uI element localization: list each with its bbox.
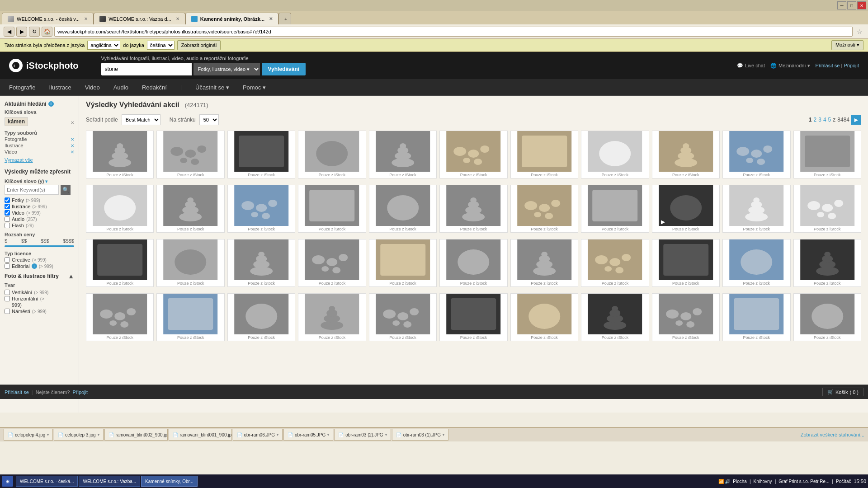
cart-button[interactable]: 🛒 Košík ( 0 )	[822, 388, 863, 396]
tab-close-2[interactable]: ✕	[176, 16, 179, 21]
shape-vertical-checkbox[interactable]	[5, 290, 10, 295]
info-icon[interactable]: i	[48, 101, 54, 107]
editorial-info-icon[interactable]: i	[32, 263, 37, 269]
image-card-7[interactable]: Pouze z iStock	[581, 131, 649, 178]
image-card-34[interactable]: Pouze z iStock	[156, 293, 224, 341]
tab-close-1[interactable]: ✕	[84, 16, 88, 21]
nav-video[interactable]: Video	[85, 82, 100, 93]
view-all-downloads-link[interactable]: Zobrazit veškeré stahování...	[801, 432, 864, 437]
back-button[interactable]: ◀	[4, 27, 14, 37]
taskbar-item-2[interactable]: WELCOME s.r.o.: Vazba...	[79, 476, 140, 487]
image-card-30[interactable]: Pouze z iStock	[652, 239, 720, 287]
desktop-link[interactable]: Plocha	[733, 479, 747, 484]
file-item-6[interactable]: 📄 obr-ram05.JPG ▾	[283, 429, 333, 441]
company-link[interactable]: Graf Print s.r.o. Petr Re...	[778, 479, 829, 484]
image-card-12[interactable]: Pouze z iStock	[156, 185, 224, 233]
image-card-1[interactable]: Pouze z iStock	[156, 131, 224, 178]
home-button[interactable]: 🏠	[42, 27, 52, 37]
image-card-39[interactable]: Pouze z iStock	[510, 293, 578, 341]
image-card-24[interactable]: Pouze z iStock	[227, 239, 295, 287]
taskbar-join[interactable]: Připojit	[72, 389, 88, 395]
image-card-15[interactable]: Pouze z iStock	[369, 185, 437, 233]
browser-tab-2[interactable]: WELCOME s.r.o.: Vazba d... ✕	[94, 13, 185, 24]
filter-fotky-checkbox[interactable]	[5, 197, 10, 203]
keyword-filter-input[interactable]	[5, 185, 59, 195]
forward-button[interactable]: ▶	[16, 27, 27, 37]
file-arrow-8[interactable]: ▾	[443, 433, 444, 437]
filetype-video-remove[interactable]: ✕	[71, 150, 74, 155]
file-arrow-5[interactable]: ▾	[277, 433, 278, 437]
nav-fotografie[interactable]: Fotografie	[9, 82, 36, 93]
page-3-link[interactable]: 3	[818, 117, 821, 123]
image-card-28[interactable]: Pouze z iStock	[510, 239, 578, 287]
translate-from-select[interactable]: angličtina	[87, 41, 120, 50]
image-card-5[interactable]: Pouze z iStock	[439, 131, 507, 178]
image-card-36[interactable]: Pouze z iStock	[298, 293, 366, 341]
page-4-link[interactable]: 4	[823, 117, 826, 123]
image-card-6[interactable]: Pouze z iStock	[510, 131, 578, 178]
image-card-19[interactable]: ▶Pouze z iStock	[652, 185, 720, 233]
image-card-16[interactable]: Pouze z iStock	[439, 185, 507, 233]
search-input[interactable]	[101, 63, 192, 75]
filter-editorial-checkbox[interactable]	[5, 263, 10, 269]
image-card-29[interactable]: Pouze z iStock	[581, 239, 649, 287]
bookmark-button[interactable]: ☆	[854, 27, 864, 37]
join-link[interactable]: Připojit	[844, 63, 859, 68]
image-card-38[interactable]: Pouze z iStock	[439, 293, 507, 341]
address-input[interactable]	[54, 27, 853, 37]
filter-ilustrace-checkbox[interactable]	[5, 204, 10, 209]
image-card-18[interactable]: Pouze z iStock	[581, 185, 649, 233]
file-item-1[interactable]: 📄 celopolep 4.jpg ▾	[4, 429, 53, 441]
browser-tab-3[interactable]: Kamenné snímky, Obrázk... ✕	[185, 13, 278, 24]
file-item-2[interactable]: 📄 celopolep 3.jpg ▾	[54, 429, 103, 441]
maximize-button[interactable]: □	[847, 1, 856, 9]
close-button[interactable]: ✕	[857, 1, 866, 9]
file-item-4[interactable]: 📄 ramovani_blint001_900.jpg ▾	[169, 429, 232, 441]
next-page-button[interactable]: ►	[851, 115, 861, 125]
nav-ucastnit[interactable]: Účastnit se ▾	[195, 82, 229, 93]
image-card-23[interactable]: Pouze z iStock	[156, 239, 224, 287]
image-card-32[interactable]: Pouze z iStock	[793, 239, 861, 287]
image-card-21[interactable]: Pouze z iStock	[793, 185, 861, 233]
image-card-17[interactable]: Pouze z iStock	[510, 185, 578, 233]
computer-link[interactable]: Počítač	[836, 479, 851, 484]
file-arrow-6[interactable]: ▾	[327, 433, 329, 437]
image-card-13[interactable]: Pouze z iStock	[227, 185, 295, 233]
image-card-25[interactable]: Pouze z iStock	[298, 239, 366, 287]
image-card-14[interactable]: Pouze z iStock	[298, 185, 366, 233]
image-card-4[interactable]: Pouze z iStock	[369, 131, 437, 178]
image-card-42[interactable]: Pouze z iStock	[722, 293, 790, 341]
keyword-search-btn[interactable]: 🔍	[61, 185, 71, 195]
image-card-40[interactable]: Pouze z iStock	[581, 293, 649, 341]
file-arrow-7[interactable]: ▾	[385, 433, 387, 437]
filter-creative-checkbox[interactable]	[5, 257, 10, 263]
image-card-27[interactable]: Pouze z iStock	[439, 239, 507, 287]
tab-close-3[interactable]: ✕	[269, 16, 273, 21]
image-card-33[interactable]: Pouze z iStock	[86, 293, 154, 341]
image-card-22[interactable]: Pouze z iStock	[86, 239, 154, 287]
start-button[interactable]: ⊞	[2, 476, 13, 487]
filetype-fotografie-remove[interactable]: ✕	[71, 137, 74, 142]
translate-options-button[interactable]: Možnosti ▾	[831, 40, 863, 50]
taskbar-item-3[interactable]: Kamenné snímky, Obr...	[141, 476, 198, 487]
live-chat[interactable]: 💬 Live chat	[737, 63, 765, 69]
browser-tab-1[interactable]: WELCOME s.r.o. - česká v... ✕	[2, 13, 94, 24]
keyword-collapse-icon[interactable]: ▾	[45, 179, 47, 184]
page-5-link[interactable]: 5	[828, 117, 831, 123]
taskbar-item-1[interactable]: WELCOME s.r.o. - česká...	[16, 476, 78, 487]
show-original-button[interactable]: Zobrazit originál	[177, 40, 221, 50]
filetype-ilustrace-remove[interactable]: ✕	[71, 143, 74, 148]
nav-ilustrace[interactable]: Ilustrace	[49, 82, 71, 93]
translate-to-select[interactable]: čeština	[147, 41, 175, 50]
search-type-select[interactable]: Fotky, ilustrace, video ▾	[193, 63, 260, 75]
image-card-3[interactable]: Pouze z iStock	[298, 131, 366, 178]
image-card-11[interactable]: Pouze z iStock	[86, 185, 154, 233]
image-card-35[interactable]: Pouze z iStock	[227, 293, 295, 341]
logo[interactable]: i iStockphoto	[9, 59, 79, 72]
image-card-8[interactable]: Pouze z iStock	[652, 131, 720, 178]
image-card-10[interactable]: Pouze z iStock	[793, 131, 861, 178]
filter-audio-checkbox[interactable]	[5, 216, 10, 222]
file-arrow-1[interactable]: ▾	[47, 433, 49, 437]
image-card-37[interactable]: Pouze z iStock	[369, 293, 437, 341]
file-arrow-2[interactable]: ▾	[98, 433, 99, 437]
